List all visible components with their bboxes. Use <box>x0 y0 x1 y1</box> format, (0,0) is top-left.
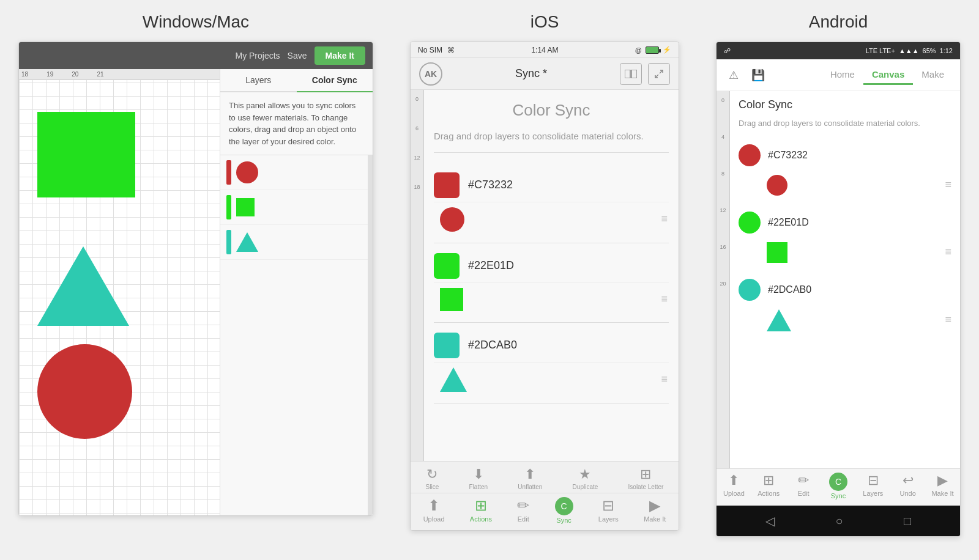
ios-tab-layers[interactable]: ⊟ Layers <box>598 497 619 524</box>
ios-status-bar: No SIM ⌘ 1:14 AM @ ⚡ <box>411 42 679 58</box>
ios-icon-unflatten[interactable]: ⬆ Unflatten <box>518 466 542 490</box>
ios-split-btn[interactable] <box>620 63 642 85</box>
android-color-group-teal: #2DCAB0 ≡ <box>739 275 951 336</box>
android-save-icon[interactable]: 💾 <box>748 65 768 85</box>
ios-icon-duplicate[interactable]: ★ Duplicate <box>573 466 598 490</box>
ios-tab-layers-label: Layers <box>598 515 619 523</box>
ios-tab-edit[interactable]: ✏ Edit <box>517 497 529 524</box>
android-cs-title: Color Sync <box>739 98 951 111</box>
android-tab-canvas[interactable]: Canvas <box>863 65 913 85</box>
android-monitor-icon: ☍ <box>724 47 731 55</box>
android-bottom-nav: ⬆ Upload ⊞ Actions ✏ Edit C Sync <box>717 468 960 506</box>
android-cs-desc: Drag and drop layers to consolidate mate… <box>739 117 951 130</box>
ios-color-group-green: #22E01D ≡ <box>434 243 669 323</box>
android-tabs: Home Canvas Make <box>822 65 953 85</box>
ios-section: iOS No SIM ⌘ 1:14 AM @ ⚡ AK Sync * <box>410 12 679 531</box>
android-nav-sync-label: Sync <box>831 492 846 499</box>
ios-icon-slice[interactable]: ↻ Slice <box>426 466 439 490</box>
ios-icon-slice-label: Slice <box>426 484 439 490</box>
shape-teal-triangle[interactable] <box>37 246 129 326</box>
ios-icon-isolate[interactable]: ⊞ Isolate Letter <box>628 466 664 490</box>
color-circle-red[interactable] <box>236 161 258 183</box>
tab-layers[interactable]: Layers <box>220 69 297 92</box>
android-circle-teal <box>739 279 761 301</box>
android-tab-home[interactable]: Home <box>822 65 863 85</box>
ios-sub-square-green[interactable] <box>440 288 463 311</box>
ios-tab-sync[interactable]: C Sync <box>555 497 573 524</box>
android-nav-edit[interactable]: ✏ Edit <box>788 473 819 499</box>
ios-main: Color Sync Drag and drop layers to conso… <box>424 90 679 461</box>
ios-tab-actions[interactable]: ⊞ Actions <box>470 497 492 524</box>
ios-tab-upload-label: Upload <box>423 515 445 523</box>
ios-drag-handle-red: ≡ <box>661 213 669 226</box>
android-drag-handle-green: ≡ <box>945 246 951 259</box>
android-sub-triangle-teal[interactable] <box>767 309 791 331</box>
android-recent-btn[interactable]: □ <box>904 514 911 528</box>
ios-bottom-tabs: ⬆ Upload ⊞ Actions ✏ Edit C Sync <box>411 493 679 530</box>
shape-red-circle[interactable] <box>37 344 132 439</box>
android-section: Android ☍ LTE LTE+ ▲▲▲ 65% 1:12 ⚠ 💾 <box>716 12 961 537</box>
android-nav-makeit[interactable]: ▶ Make It <box>927 473 958 499</box>
color-strip-red <box>226 160 231 185</box>
android-nav-actions-label: Actions <box>758 490 780 497</box>
android-nav-makeit-label: Make It <box>931 490 953 497</box>
ios-tab-edit-label: Edit <box>518 515 529 523</box>
ios-sub-circle-red[interactable] <box>440 207 464 232</box>
android-ruler: 0 4 8 12 16 20 <box>717 91 730 468</box>
android-nav-undo[interactable]: ↩ Undo <box>893 473 923 499</box>
android-lte: LTE LTE+ <box>866 47 895 54</box>
android-sub-circle-red[interactable] <box>767 175 787 196</box>
save-link[interactable]: Save <box>288 51 307 61</box>
android-body: 0 4 8 12 16 20 Color Sync Drag and drop … <box>717 91 960 468</box>
android-sub-red: ≡ <box>739 170 951 201</box>
color-row-teal <box>220 225 373 260</box>
ios-label-teal: #2DCAB0 <box>468 339 517 352</box>
lightning-icon: ⚡ <box>663 46 671 54</box>
battery-icon <box>646 46 659 54</box>
ios-icon-flatten[interactable]: ⬇ Flatten <box>469 466 488 490</box>
make-it-button[interactable]: Make It <box>315 46 365 65</box>
android-nav-upload[interactable]: ⬆ Upload <box>718 473 749 499</box>
android-tab-make[interactable]: Make <box>913 65 953 85</box>
ios-color-group-teal: #2DCAB0 ≡ <box>434 323 669 403</box>
ios-tab-upload[interactable]: ⬆ Upload <box>423 497 445 524</box>
win-body: 18 19 20 21 Layers Color Sync <box>19 69 373 515</box>
android-nav-items: ⬆ Upload ⊞ Actions ✏ Edit C Sync <box>717 473 960 499</box>
android-color-group-green: #22E01D ≡ <box>739 208 951 268</box>
android-back-btn[interactable]: ◁ <box>765 514 775 528</box>
android-circle-red <box>739 144 761 166</box>
android-nav-actions[interactable]: ⊞ Actions <box>753 473 784 499</box>
android-sub-green: ≡ <box>739 237 951 268</box>
ios-icon-unflatten-label: Unflatten <box>518 484 542 490</box>
color-triangle-teal[interactable] <box>236 232 258 252</box>
ios-sub-triangle-teal[interactable] <box>440 367 467 392</box>
ruler-top: 18 19 20 21 <box>19 69 220 80</box>
ios-sub-item-teal-triangle: ≡ <box>434 362 669 397</box>
win-panel: Layers Color Sync This panel allows you … <box>220 69 373 515</box>
ios-cs-title: Color Sync <box>434 101 669 120</box>
color-square-green[interactable] <box>236 198 255 216</box>
ios-icon-duplicate-label: Duplicate <box>573 484 598 490</box>
android-nav-sync[interactable]: C Sync <box>823 473 854 499</box>
android-profile-icon[interactable]: ⚠ <box>724 65 743 85</box>
my-projects-link[interactable]: My Projects <box>235 51 280 61</box>
ios-swatch-red <box>434 172 460 198</box>
ios-expand-btn[interactable] <box>648 63 670 85</box>
ios-nav-icons <box>620 63 670 85</box>
panel-scrollbar[interactable] <box>368 155 373 515</box>
ios-icon-isolate-label: Isolate Letter <box>628 484 664 490</box>
tab-colorsync[interactable]: Color Sync <box>297 69 373 92</box>
android-home-btn[interactable]: ○ <box>835 514 843 528</box>
ios-title: iOS <box>530 12 559 32</box>
ios-color-group-red: #C73232 ≡ <box>434 163 669 243</box>
panel-scroll <box>220 155 373 515</box>
android-sub-square-green[interactable] <box>767 242 787 263</box>
android-top-left-icons: ⚠ 💾 <box>724 65 768 85</box>
ios-initials-btn[interactable]: AK <box>419 62 442 86</box>
svg-rect-1 <box>631 70 637 78</box>
ios-tab-makeit-label: Make It <box>644 515 666 523</box>
shape-green-square[interactable] <box>37 112 135 197</box>
ios-tab-makeit[interactable]: ▶ Make It <box>644 497 666 524</box>
android-nav-layers[interactable]: ⊟ Layers <box>858 473 888 499</box>
ios-sub-item-red-circle: ≡ <box>434 202 669 237</box>
